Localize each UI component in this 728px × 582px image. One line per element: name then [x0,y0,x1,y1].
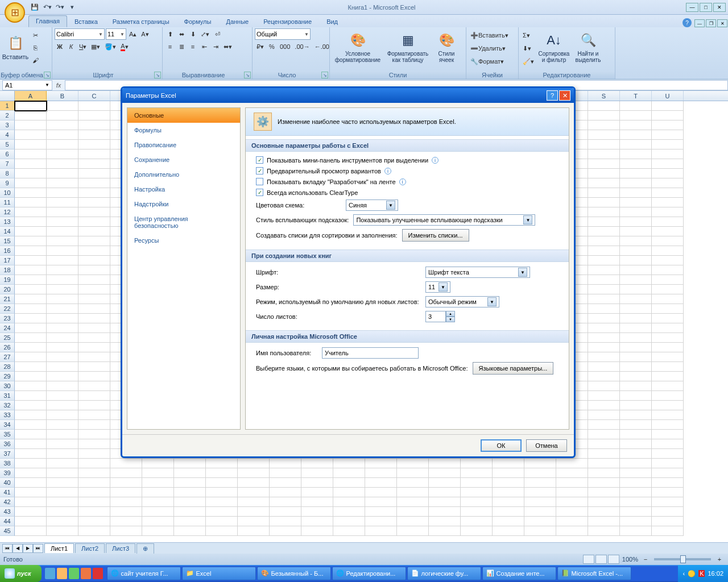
cell[interactable] [47,275,78,285]
cell[interactable] [47,507,78,517]
cell[interactable] [301,478,333,488]
system-tray[interactable]: ‹ 🟡 K 16:02 [678,565,728,582]
cell[interactable] [47,159,78,169]
cell[interactable] [620,488,652,497]
cell[interactable] [78,207,110,217]
cell[interactable] [142,497,174,507]
cell[interactable] [47,526,78,536]
cell[interactable] [652,246,684,256]
cell[interactable] [652,140,684,149]
cell[interactable] [142,459,174,468]
cell[interactable] [270,488,301,497]
nav-addins[interactable]: Надстройки [127,197,240,211]
cell[interactable] [78,198,110,207]
row-header[interactable]: 20 [0,285,15,294]
cell[interactable] [78,410,110,420]
cell[interactable] [15,169,47,178]
indent-dec[interactable]: ⇤ [199,41,209,52]
fillcolor-button[interactable]: 🪣▾ [103,41,118,52]
cell[interactable] [15,217,47,227]
cell[interactable] [429,478,461,488]
cell[interactable] [78,111,110,120]
cell[interactable] [78,130,110,140]
tray-clock[interactable]: 16:02 [708,570,723,577]
row-header[interactable]: 25 [0,333,15,343]
cell[interactable] [301,468,333,478]
cell[interactable] [15,159,47,169]
cell[interactable] [524,507,556,517]
cell[interactable] [15,246,47,256]
cell[interactable] [78,294,110,304]
autosum-button[interactable]: Σ▾ [521,30,532,41]
cell[interactable] [620,497,652,507]
cell[interactable] [47,236,78,246]
cell[interactable] [78,323,110,333]
row-header[interactable]: 24 [0,323,15,333]
cell[interactable] [142,468,174,478]
cell[interactable] [588,323,620,333]
cell[interactable] [238,468,270,478]
qat-customize-icon[interactable]: ▾ [67,2,77,13]
info-icon[interactable]: i [432,157,439,164]
cell[interactable] [15,188,47,198]
row-header[interactable]: 12 [0,207,15,217]
cell[interactable] [47,439,78,449]
cell[interactable] [620,430,652,439]
row-header[interactable]: 39 [0,468,15,478]
cell[interactable] [15,198,47,207]
cell[interactable] [15,478,47,488]
cell[interactable] [652,227,684,236]
default-font-combo[interactable]: Шрифт текста▼ [425,267,530,278]
cell[interactable] [15,381,47,391]
cell[interactable] [110,526,142,536]
cell[interactable] [620,140,652,149]
paste-button[interactable]: 📋 Вставить [2,28,28,66]
cell[interactable] [620,130,652,140]
row-header[interactable]: 30 [0,381,15,391]
cell[interactable] [620,227,652,236]
cell[interactable] [588,401,620,410]
nav-resources[interactable]: Ресурсы [127,233,240,248]
row-header[interactable]: 9 [0,178,15,188]
ql-ie-icon[interactable] [45,568,55,579]
cell[interactable] [47,178,78,188]
mdi-minimize[interactable]: — [694,19,705,27]
cell[interactable] [78,391,110,401]
row-header[interactable]: 7 [0,159,15,169]
cell[interactable] [47,459,78,468]
column-header[interactable]: B [47,91,78,101]
taskbar-item[interactable]: 📁Excel [182,567,256,580]
cell[interactable] [620,526,652,536]
cut-button[interactable]: ✂ [30,30,40,41]
cell[interactable] [110,497,142,507]
cell[interactable] [47,362,78,372]
cell[interactable] [461,468,493,478]
cell[interactable] [493,459,524,468]
cell[interactable] [365,459,397,468]
cell[interactable] [620,468,652,478]
cell[interactable] [333,526,365,536]
grow-font-button[interactable]: A▴ [127,28,138,40]
cell[interactable] [588,333,620,343]
cell[interactable] [588,468,620,478]
taskbar-item[interactable]: 📄логические фу... [407,567,481,580]
row-header[interactable]: 3 [0,120,15,130]
cell[interactable] [78,236,110,246]
cell[interactable] [15,507,47,517]
start-button[interactable]: пуск [0,565,42,582]
cell[interactable] [429,468,461,478]
row-header[interactable]: 27 [0,352,15,362]
cell[interactable] [78,333,110,343]
cell[interactable] [652,449,684,459]
tab-view[interactable]: Вид [319,16,345,27]
cell[interactable] [78,352,110,362]
cell[interactable] [556,488,588,497]
row-header[interactable]: 28 [0,362,15,372]
chk-minipanel[interactable] [256,156,263,164]
conditional-format-button[interactable]: 🎨Условное форматирование [332,28,383,66]
align-launcher[interactable]: ↘ [244,72,251,78]
row-header[interactable]: 37 [0,449,15,459]
cell[interactable] [206,517,238,526]
cell[interactable] [78,256,110,265]
wrap-text-button[interactable]: ⏎ [212,28,222,40]
